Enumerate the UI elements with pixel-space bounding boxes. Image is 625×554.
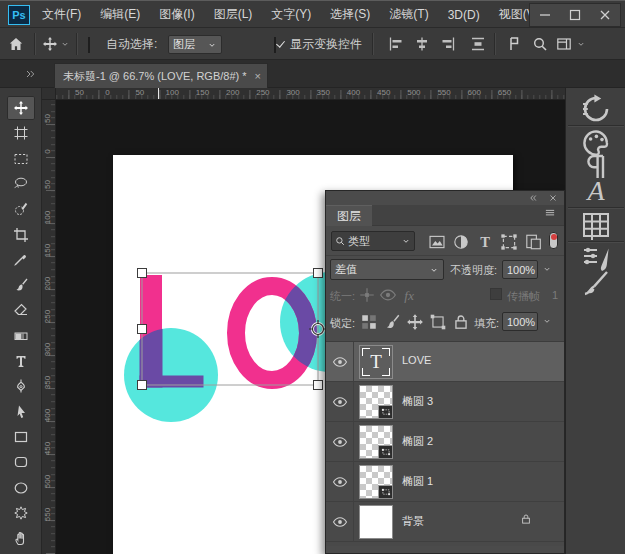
opacity-scrubber-icon[interactable] <box>542 264 552 274</box>
menu-item-6[interactable]: 选择(S) <box>330 6 370 23</box>
adjustment-filter-icon[interactable] <box>452 233 470 250</box>
menu-item-4[interactable]: 图层(L) <box>214 6 253 23</box>
quick-selection-tool[interactable] <box>7 197 35 221</box>
custom-shape-tool[interactable] <box>7 501 35 525</box>
hand-tool[interactable] <box>7 526 35 550</box>
align-left-icon[interactable] <box>388 36 404 52</box>
background-layer-thumbnail[interactable] <box>359 505 393 539</box>
lasso-tool[interactable] <box>7 172 35 196</box>
lock-all-icon[interactable] <box>452 313 470 331</box>
pixel-filter-icon[interactable] <box>428 233 446 250</box>
layer-row-椭圆 2[interactable]: 椭圆 2 <box>326 422 564 462</box>
rectangle-tool[interactable] <box>7 425 35 449</box>
ruler-corner[interactable] <box>42 88 56 100</box>
menu-item-7[interactable]: 滤镜(T) <box>389 6 428 23</box>
layer-row-椭圆 1[interactable]: 椭圆 1 <box>326 462 564 502</box>
grid-icon[interactable] <box>580 214 612 236</box>
shape-layer-thumbnail[interactable] <box>359 385 393 419</box>
layer-visibility-toggle[interactable] <box>326 342 354 382</box>
propagate-frame-checkbox[interactable] <box>490 288 502 300</box>
panel-menu-icon[interactable] <box>544 207 556 219</box>
lock-transparency-icon[interactable] <box>360 313 378 331</box>
smart-object-filter-icon[interactable] <box>524 233 542 250</box>
path-select-tool[interactable] <box>7 400 35 424</box>
fill-input[interactable]: 100% <box>502 312 538 331</box>
marquee-tool[interactable] <box>7 147 35 171</box>
search-icon[interactable] <box>532 36 548 52</box>
toolbar-expand-icon[interactable] <box>24 68 36 80</box>
workspace-icon[interactable] <box>556 36 572 52</box>
layer-list: TLOVE椭圆 3椭圆 2椭圆 1背景 <box>326 341 564 546</box>
move-tool-icon[interactable] <box>42 36 58 52</box>
character-styles-icon[interactable]: A <box>580 180 612 202</box>
artboard-tool[interactable] <box>7 121 35 145</box>
shape-filter-icon[interactable] <box>500 233 518 250</box>
chevron-down-icon[interactable] <box>576 36 586 52</box>
panel-collapse-icon[interactable] <box>528 193 538 203</box>
lock-artboard-icon[interactable] <box>429 313 447 331</box>
auto-select-target-dropdown[interactable]: 图层 <box>168 35 222 54</box>
horizontal-ruler[interactable]: 5005010015020025030035040045050055060065… <box>56 88 565 100</box>
eyedropper-tool[interactable] <box>7 248 35 272</box>
align-right-icon[interactable] <box>440 36 456 52</box>
lock-position-icon[interactable] <box>406 313 424 331</box>
filter-switch-toggle[interactable] <box>549 232 558 249</box>
layer-visibility-toggle[interactable] <box>326 382 354 422</box>
eraser-tool[interactable] <box>7 298 35 322</box>
maximize-icon[interactable] <box>560 4 590 26</box>
menu-item-3[interactable]: 图像(I) <box>159 6 194 23</box>
align-options-icon[interactable] <box>506 36 522 52</box>
brushes-icon[interactable] <box>580 272 612 294</box>
text-layer-thumbnail[interactable]: T <box>359 345 393 379</box>
crop-tool[interactable] <box>7 223 35 247</box>
align-center-icon[interactable] <box>414 36 430 52</box>
transform-handle[interactable] <box>314 381 323 390</box>
pen-tool-icon <box>13 378 29 394</box>
shape-layer-thumbnail[interactable] <box>359 425 393 459</box>
transform-handle[interactable] <box>138 325 147 334</box>
show-transform-checkbox[interactable] <box>274 37 276 53</box>
document-tab[interactable]: 未标题-1 @ 66.7% (LOVE, RGB/8#) * × <box>54 63 268 88</box>
menu-item-2[interactable]: 编辑(E) <box>100 6 140 23</box>
distribute-icon[interactable] <box>470 36 486 52</box>
type-filter-icon[interactable]: T <box>476 233 494 250</box>
minimize-icon[interactable] <box>530 4 560 26</box>
brush-tool[interactable] <box>7 273 35 297</box>
tab-close-icon[interactable]: × <box>255 70 261 82</box>
gradient-tool[interactable] <box>7 324 35 348</box>
transform-handle[interactable] <box>314 269 323 278</box>
rounded-rectangle-tool[interactable] <box>7 450 35 474</box>
lock-pixels-icon[interactable] <box>383 313 401 331</box>
layer-visibility-toggle[interactable] <box>326 502 354 542</box>
opacity-input[interactable]: 100% <box>502 260 538 279</box>
menu-item-1[interactable]: 文件(F) <box>42 6 81 23</box>
close-icon[interactable] <box>590 4 620 26</box>
layer-row-背景[interactable]: 背景 <box>326 502 564 542</box>
layers-panel-tab[interactable]: 图层 <box>326 205 372 226</box>
home-icon[interactable] <box>8 36 24 52</box>
auto-select-checkbox[interactable] <box>88 37 90 53</box>
transform-handle[interactable] <box>138 269 147 278</box>
vertical-ruler[interactable]: 50050100150200250300350400450500550 <box>42 100 56 554</box>
history-icon[interactable] <box>580 98 612 120</box>
layer-filter-search[interactable]: 类型 <box>331 231 415 251</box>
menu-item-8[interactable]: 3D(D) <box>448 8 480 22</box>
blend-mode-select[interactable]: 差值 <box>330 259 444 280</box>
chevron-down-icon[interactable] <box>60 36 70 52</box>
panel-close-icon[interactable] <box>548 193 558 203</box>
transform-handle[interactable] <box>138 381 147 390</box>
ruler-label: 50 <box>43 108 52 130</box>
layer-visibility-toggle[interactable] <box>326 462 354 502</box>
ellipse-tool[interactable] <box>7 476 35 500</box>
shape-layer-thumbnail[interactable] <box>359 465 393 499</box>
type-tool[interactable] <box>7 349 35 373</box>
layer-row-LOVE[interactable]: TLOVE <box>326 342 564 382</box>
eraser-tool-icon <box>13 302 29 318</box>
move-tool[interactable] <box>7 96 35 120</box>
layer-visibility-toggle[interactable] <box>326 422 354 462</box>
menu-item-5[interactable]: 文字(Y) <box>271 6 311 23</box>
photoshop-logo[interactable]: Ps <box>8 5 30 25</box>
layer-row-椭圆 3[interactable]: 椭圆 3 <box>326 382 564 422</box>
pen-tool[interactable] <box>7 374 35 398</box>
fill-scrubber-icon[interactable] <box>542 316 552 326</box>
